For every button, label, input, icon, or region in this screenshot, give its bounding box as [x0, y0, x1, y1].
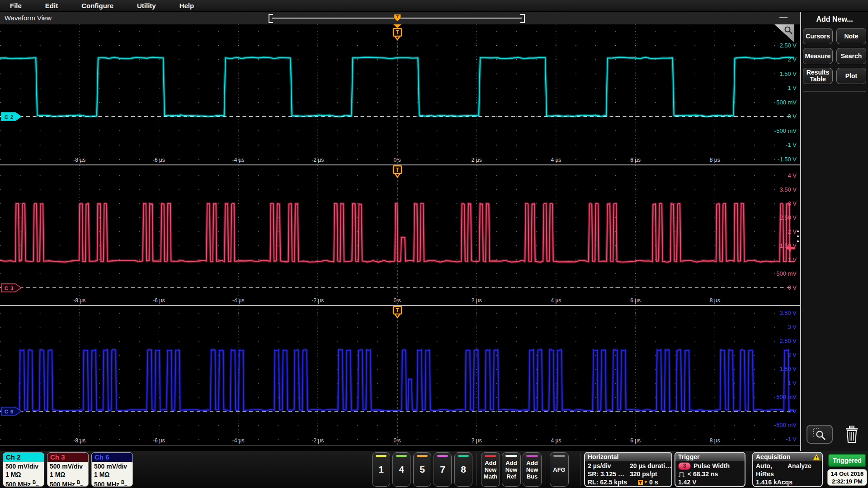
- add-new-ref-button[interactable]: Add New Ref: [502, 452, 521, 487]
- waveform-plot: [0, 24, 794, 164]
- channel-badge-ch6[interactable]: Ch 6500 mV/div1 MΩ500 MHz Bw: [91, 452, 133, 487]
- y-axis-label: 3.50 V: [779, 310, 797, 316]
- channel-offset-marker-ch2[interactable]: C 2: [1, 112, 23, 121]
- channel-button-label: 1: [378, 464, 384, 475]
- channel-badge-settings: 500 mV/div1 MΩ500 MHz Bw: [3, 462, 44, 487]
- channel-button-5[interactable]: 5: [413, 452, 431, 487]
- svg-text:C 3: C 3: [5, 286, 14, 291]
- x-axis-label: -4 µs: [232, 157, 245, 163]
- y-axis-label: 2 V: [788, 228, 797, 235]
- svg-text:C 2: C 2: [5, 114, 14, 120]
- add-new-math-button[interactable]: Add New Math: [481, 452, 500, 487]
- trash-icon[interactable]: [844, 426, 859, 444]
- trigger-position-marker[interactable]: T: [392, 306, 403, 319]
- channel-impedance: 1 MΩ: [5, 470, 44, 479]
- settings-bar: Ch 2500 mV/div1 MΩ500 MHz BwCh 3500 mV/d…: [0, 451, 868, 488]
- x-axis-label: 2 µs: [472, 157, 482, 163]
- channel-impedance: 1 MΩ: [50, 470, 88, 479]
- menu-item-file[interactable]: File: [10, 2, 22, 9]
- y-axis-label: 0 V: [788, 113, 797, 120]
- y-axis-label: 3 V: [788, 200, 797, 207]
- y-axis-label: -500 mV: [774, 127, 797, 134]
- x-axis-label: -4 µs: [232, 297, 245, 304]
- channel-offset-marker-ch3[interactable]: C 3: [1, 283, 23, 292]
- channel-badge-ch2[interactable]: Ch 2500 mV/div1 MΩ500 MHz Bw: [3, 452, 44, 487]
- divider-grip-handle[interactable]: [797, 230, 799, 242]
- channel-button-7[interactable]: 7: [434, 452, 452, 487]
- waveform-panel-ch3[interactable]: 4 V3.50 V3 V2.50 V2 V1.50 V1 V500 mV0 V-…: [0, 165, 800, 306]
- search-button[interactable]: Search: [836, 48, 866, 64]
- channel-impedance: 1 MΩ: [94, 470, 132, 479]
- warning-icon: [813, 454, 820, 460]
- channel-button-4[interactable]: 4: [392, 452, 410, 487]
- channel-button-8[interactable]: 8: [454, 452, 472, 487]
- acquisition-settings[interactable]: AcquisitionAuto,AnalyzeHiRes1.416 kAcqs: [752, 452, 823, 487]
- sidebar-title: Add New...: [801, 12, 868, 23]
- waveform-view-window: Waveform View T — 2.50 V2 V1.50 V1 V500 …: [0, 12, 801, 451]
- horizontal-settings[interactable]: Horizontal2 µs/divSR: 3.125 …RL: 62.5 kp…: [584, 452, 672, 487]
- x-axis-label: 2 µs: [472, 437, 482, 444]
- trigger-position-marker[interactable]: T: [392, 24, 403, 42]
- channel-offset-marker-ch6[interactable]: C 6: [1, 407, 23, 416]
- trigger-level-arrow[interactable]: [786, 244, 796, 252]
- waveform-panel-ch6[interactable]: 3.50 V3 V2.50 V2 V1.50 V1 V500 mV0 V-500…: [0, 306, 800, 446]
- afg-button[interactable]: AFG: [550, 452, 569, 487]
- acquisition-preview-bar[interactable]: T: [269, 14, 525, 23]
- sidebar: Add New... CursorsNoteMeasureSearchResul…: [801, 12, 868, 451]
- trigger-settings[interactable]: Trigger3Pulse Width< 68.32 ns1.42 V: [675, 452, 745, 487]
- channel-bandwidth: 500 MHz Bw: [50, 479, 88, 487]
- y-axis-label: 0 V: [788, 284, 797, 291]
- datetime-display: 14 Oct 20162:32:19 PM: [827, 469, 867, 486]
- waveform-plot: [0, 165, 794, 305]
- separator: [580, 453, 580, 486]
- waveform-plot: [0, 306, 794, 445]
- measure-button[interactable]: Measure: [803, 48, 833, 64]
- x-axis-label: -6 µs: [153, 437, 165, 444]
- menu-item-configure[interactable]: Configure: [81, 2, 113, 9]
- x-axis-label: 4 µs: [551, 297, 561, 304]
- x-axis-label: 4 µs: [551, 437, 561, 444]
- y-axis-label: 3.50 V: [779, 186, 797, 193]
- trigger-source-badge: 3: [678, 462, 691, 470]
- x-axis-label: -2 µs: [311, 157, 324, 163]
- zoom-mode-button[interactable]: [807, 425, 833, 444]
- svg-text:T: T: [396, 29, 399, 36]
- channel-badge-title: Ch 2: [3, 453, 44, 462]
- cursors-button[interactable]: Cursors: [803, 28, 833, 44]
- minimize-button[interactable]: —: [779, 12, 788, 22]
- x-axis-label: 6 µs: [630, 437, 641, 444]
- y-axis-label: 2.50 V: [779, 214, 797, 221]
- x-axis-label: -2 µs: [311, 297, 324, 304]
- separator: [476, 453, 476, 486]
- channel-badge-ch3[interactable]: Ch 3500 mV/div1 MΩ500 MHz Bw: [47, 452, 89, 487]
- plot-button[interactable]: Plot: [836, 68, 866, 84]
- channel-button-1[interactable]: 1: [372, 452, 390, 487]
- x-axis-label: 2 µs: [472, 297, 482, 304]
- add-new-label: Add New Ref: [505, 460, 518, 480]
- note-button[interactable]: Note: [836, 28, 866, 44]
- preview-trigger-marker[interactable]: T: [394, 14, 401, 22]
- menu-item-edit[interactable]: Edit: [45, 2, 58, 9]
- channel-color-stripe: [458, 455, 469, 457]
- zoom-select-icon: [807, 426, 832, 443]
- waveform-panel-ch2[interactable]: 2.50 V2 V1.50 V1 V500 mV0 V-500 mV-1 V-1…: [0, 24, 800, 165]
- y-axis-label: 1.50 V: [779, 366, 797, 372]
- trigger-position-marker[interactable]: T: [392, 165, 403, 179]
- add-new-label: Add New Bus: [526, 460, 538, 480]
- trigger-title: Trigger: [675, 453, 745, 461]
- button-color-stripe: [526, 455, 538, 457]
- svg-text:T: T: [639, 480, 642, 485]
- menu-item-help[interactable]: Help: [179, 2, 194, 9]
- x-axis-label: 0 s: [393, 297, 401, 304]
- results-table-button[interactable]: Results Table: [803, 68, 833, 84]
- x-axis-label: 0 s: [393, 437, 401, 444]
- sidebar-divider: [803, 91, 866, 92]
- channel-scale: 500 mV/div: [50, 462, 88, 470]
- menu-item-utility[interactable]: Utility: [137, 2, 156, 9]
- acquisition-run-mode: Auto,: [756, 462, 772, 469]
- add-new-bus-button[interactable]: Add New Bus: [523, 452, 542, 487]
- trigger-level: 1.42 V: [678, 479, 696, 486]
- channel-bandwidth: 500 MHz Bw: [5, 479, 44, 487]
- add-new-label: Add New Math: [484, 460, 497, 480]
- acquisition-count: 1.416 kAcqs: [756, 479, 793, 486]
